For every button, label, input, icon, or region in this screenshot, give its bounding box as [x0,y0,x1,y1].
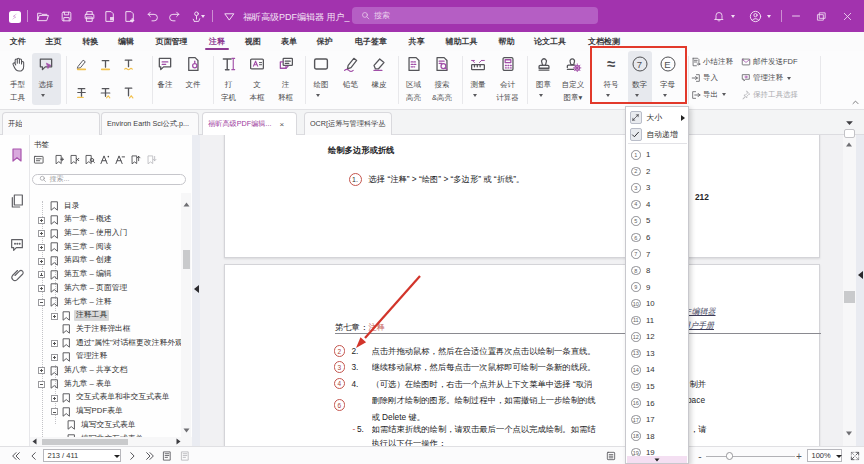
find-bookmark-button[interactable] [83,153,97,167]
menu-item-number-18[interactable]: 1818 [626,428,688,445]
font-decrease-button[interactable] [113,153,127,167]
expand-plus-icon[interactable] [51,313,58,320]
document-view[interactable]: 绘制多边形或折线1.选择 “注释” > “绘图” > “多边形” 或 “折线”。… [200,135,843,446]
minimize-button[interactable] [789,9,803,23]
zoom-in-button[interactable]: + [796,451,802,462]
scroll-up-icon[interactable] [181,199,191,209]
titlebar-search-input[interactable]: 搜索 [352,7,598,24]
ribbon-button-email-fdf[interactable]: 邮件发送FDF [741,57,798,67]
scroll-up-icon[interactable] [844,140,855,148]
menu-item-9[interactable]: 电子签章 [355,35,387,48]
menu-item-number-14[interactable]: 1414 [626,362,688,379]
bookmark-tree-scrollbar[interactable] [181,193,191,438]
collapse-panel-arrow-icon[interactable] [194,285,199,293]
attachments-panel-button[interactable] [8,266,26,284]
ribbon-button-search-highlight[interactable]: 搜索&高亮 [426,51,458,109]
tab-list-caret-button[interactable] [843,118,855,128]
fit-page-button[interactable] [850,451,861,462]
menu-item-0[interactable]: 文件 [10,35,26,48]
ribbon-button-export-comments[interactable]: 导出 [691,90,726,100]
bookmark-panel-button[interactable] [8,146,26,164]
ribbon-button-hand-tool[interactable]: 手型工具 [2,51,34,109]
expand-plus-icon[interactable] [51,354,58,361]
view-mode-button[interactable] [162,451,173,462]
pages-panel-button[interactable] [8,192,26,210]
document-tab-3[interactable]: OCR[运筹与管理科学丛... [304,112,392,135]
ribbon-button-manage-comments[interactable]: 管理注释 [741,73,791,83]
scroll-left-icon[interactable] [30,437,39,446]
expand-plus-icon[interactable] [38,367,45,374]
foxit-logo-icon[interactable] [9,11,21,23]
menu-item-number-5[interactable]: 55 [626,213,688,230]
scrollbar-thumb[interactable] [183,250,190,269]
menu-item-number-6[interactable]: 66 [626,229,688,246]
ribbon-button-typewriter[interactable]: 打字机 [213,51,245,109]
open-folder-button[interactable] [35,9,49,23]
next-page-button[interactable] [127,451,137,461]
ribbon-button-custom-stamp[interactable]: 自定义图章▾ [557,51,589,109]
menu-item-8[interactable]: 保护 [317,35,333,48]
ribbon-button-pencil[interactable]: 铅笔 [335,51,367,109]
collapse-ribbon-button[interactable] [849,96,862,108]
menu-item-3[interactable]: 编辑 [118,35,134,48]
undo-button[interactable] [145,9,159,23]
expand-right-panel-arrow-icon[interactable] [858,271,863,279]
redo-button[interactable] [167,9,181,23]
menu-item-number-10[interactable]: 1010 [626,295,688,312]
restore-button[interactable] [814,9,828,23]
zoom-slider-track[interactable] [706,456,795,457]
ribbon-button-file-annot[interactable]: 文件 [177,51,209,109]
menu-item-number-4[interactable]: 44 [626,196,688,213]
scroll-down-icon[interactable] [181,425,191,435]
view-mode-2-button[interactable] [180,451,191,462]
expand-options-button[interactable] [32,153,46,167]
menu-item-6[interactable]: 视图 [245,35,261,48]
expand-plus-icon[interactable] [38,271,45,278]
menu-item-number-1[interactable]: 11 [626,147,688,164]
menu-item-7[interactable]: 表单 [281,35,297,48]
scrollbar-top-button[interactable] [844,129,856,138]
menu-item-1[interactable]: 主页 [46,35,62,48]
account-button[interactable] [748,9,762,23]
expand-plus-icon[interactable] [38,285,45,292]
menu-item-number-11[interactable]: 1111 [626,312,688,329]
ribbon-button-drawing[interactable]: 绘图 [305,51,337,109]
ribbon-button-replace-text[interactable] [98,85,113,100]
menu-item-number-2[interactable]: 22 [626,163,688,180]
menu-active-item-5[interactable]: 注释 [209,35,225,48]
close-button[interactable] [840,9,854,23]
bookmark-search-input[interactable]: 搜索... [32,174,186,185]
document-tab-active[interactable]: 福昕高级PDF编辑...× [202,112,297,135]
zoom-slider-thumb[interactable] [726,452,734,460]
menu-item-number-13[interactable]: 1313 [626,345,688,362]
comments-panel-button[interactable] [8,236,26,254]
document-tab-0[interactable]: 开始 [2,112,100,135]
tab-close-icon[interactable]: × [280,120,285,129]
ribbon-button-select[interactable]: 选择 [30,51,62,109]
panel-collapse-strip[interactable] [192,135,200,446]
ribbon-button-highlight-text[interactable] [74,57,89,72]
reading-layout-button[interactable] [606,451,617,462]
expand-plus-icon[interactable] [38,230,45,237]
create-page-button[interactable] [122,9,136,23]
menu-item-number-8[interactable]: 88 [626,262,688,279]
ribbon-button-keep-tool-selected[interactable]: 保持工具选择 [741,90,798,100]
font-increase-button[interactable] [98,153,112,167]
ribbon-button-area-highlight[interactable]: 区域高亮 [398,51,430,109]
ribbon-button-stamp[interactable]: 图章 [528,51,560,109]
expand-plus-icon[interactable] [38,244,45,251]
scrollbar-thumb[interactable] [42,439,128,445]
zoom-out-button[interactable]: - [698,451,701,462]
menu-item-4[interactable]: 页面管理 [156,35,188,48]
page-number-input[interactable]: 213 / 411 [43,449,122,462]
menu-item-number-3[interactable]: 33 [626,180,688,197]
scrollbar-thumb[interactable] [844,291,855,303]
ribbon-button-callout[interactable]: 注释框 [270,51,302,109]
dropdown-scroll-down-row[interactable] [627,456,687,463]
ribbon-button-textbox[interactable]: 文本框 [241,51,273,109]
menu-item-number-7[interactable]: 77 [626,246,688,263]
ribbon-button-eraser[interactable]: 橡皮 [363,51,395,109]
expand-plus-icon[interactable] [51,395,58,402]
ribbon-button-strikeout-text[interactable] [74,85,89,100]
collapse-minus-icon[interactable] [51,408,58,415]
